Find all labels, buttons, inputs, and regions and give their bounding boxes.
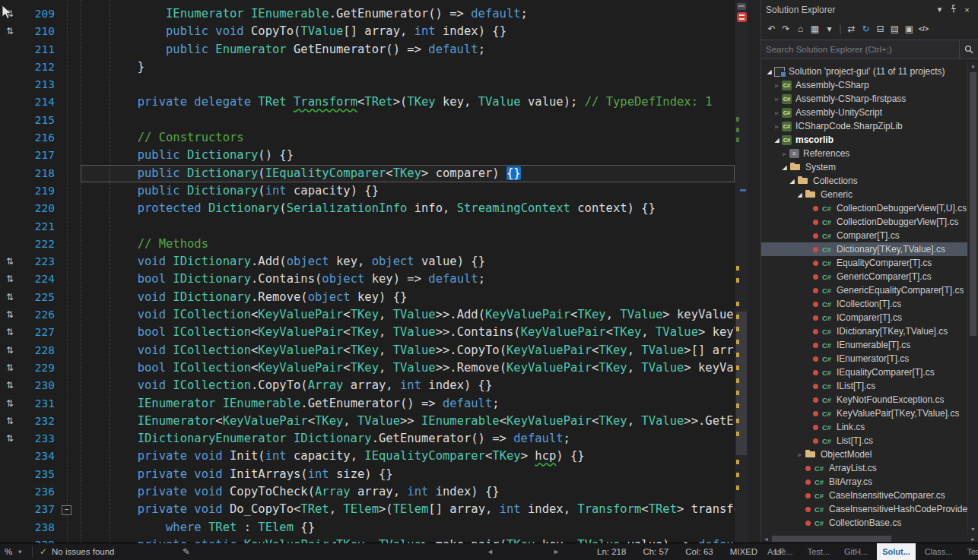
code-text[interactable]: where TRet : TElem {}	[81, 519, 735, 536]
tree-item[interactable]: C#ICollection[T].cs	[761, 297, 968, 311]
tree-item[interactable]: ◢System	[761, 160, 968, 174]
code-line[interactable]: 222 // Methods	[0, 236, 735, 253]
tree-item[interactable]: C#CollectionBase.cs	[761, 516, 968, 530]
updown-reference-icon[interactable]: ⇅	[6, 324, 14, 341]
close-icon[interactable]: ×	[961, 5, 973, 14]
code-line[interactable]: ⇅226 void ICollection<KeyValuePair<TKey,…	[0, 306, 735, 324]
file-health-indicator-icon[interactable]	[737, 12, 747, 22]
current-line-code[interactable]: public Dictionary(IEqualityComparer<TKey…	[81, 165, 735, 182]
code-line[interactable]: ⇅210 public void CopyTo(TValue[] array, …	[0, 23, 735, 40]
tree-item[interactable]: C#KeyNotFoundException.cs	[761, 393, 968, 407]
tree-item[interactable]: ◢C#mscorlib	[761, 133, 968, 147]
tree-item[interactable]: ◢Generic	[761, 188, 968, 201]
window-position-icon[interactable]: ▾	[933, 5, 946, 14]
code-line[interactable]: 236 private void CopyToCheck(Array array…	[0, 483, 735, 501]
code-line[interactable]: ⇅229 bool ICollection<KeyValuePair<TKey,…	[0, 359, 735, 377]
code-line[interactable]: 219 public Dictionary(int capacity) {}	[0, 182, 735, 200]
tree-item[interactable]: ▹C#Assembly-CSharp-firstpass	[761, 92, 968, 106]
nav-back-icon[interactable]: ↶	[765, 24, 778, 34]
code-text[interactable]: public void CopyTo(TValue[] array, int i…	[81, 23, 735, 40]
properties-icon[interactable]: ▣	[903, 24, 916, 34]
code-line[interactable]: 220 protected Dictionary(SerializationIn…	[0, 200, 735, 217]
issues-check-icon[interactable]: ✓	[40, 543, 47, 560]
refresh-icon[interactable]: ↻	[859, 24, 872, 34]
code-line[interactable]: ⇅224 bool IDictionary.Contains(object ke…	[0, 271, 735, 288]
tree-item[interactable]: C#Dictionary[TKey,TValue].cs	[761, 242, 968, 256]
collapsed-arrow-icon[interactable]: ▹	[772, 82, 782, 89]
panel-splitter[interactable]	[748, 0, 760, 543]
expanded-arrow-icon[interactable]: ◢	[764, 68, 774, 75]
tree-item[interactable]: ▹C#ICSharpCode.SharpZipLib	[761, 119, 968, 133]
code-line[interactable]: 234 private void Init(int capacity, IEqu…	[0, 448, 735, 465]
se-vscroll-thumb[interactable]	[970, 72, 976, 336]
editor-vertical-scrollbar[interactable]	[734, 0, 748, 543]
code-text[interactable]: void IDictionary.Add(object key, object …	[81, 253, 735, 271]
se-vscroll-track[interactable]	[968, 71, 978, 525]
tree-item[interactable]: C#IEqualityComparer[T].cs	[761, 365, 968, 379]
code-text[interactable]: IDictionaryEnumerator IDictionary.GetEnu…	[81, 430, 735, 448]
code-text[interactable]: // Methods	[81, 236, 735, 253]
updown-reference-icon[interactable]: ⇅	[6, 377, 14, 394]
code-line[interactable]: 212 }	[0, 59, 735, 76]
tree-item[interactable]: C#GenericEqualityComparer[T].cs	[761, 283, 968, 297]
code-line[interactable]: ⇅227 bool ICollection<KeyValuePair<TKey,…	[0, 324, 735, 341]
code-line[interactable]: 214 private delegate TRet Transform<TRet…	[0, 93, 735, 111]
pen-icon[interactable]: ✎	[183, 543, 190, 560]
hscroll-left-icon[interactable]: ◄	[487, 543, 494, 560]
code-text[interactable]: private void CopyToCheck(Array array, in…	[81, 483, 735, 501]
tree-item[interactable]: C#Comparer[T].cs	[761, 229, 968, 242]
zoom-level[interactable]: %	[5, 543, 12, 560]
code-text[interactable]	[81, 218, 735, 236]
tree-item[interactable]: C#CaseInsensitiveHashCodeProvider.cs	[761, 502, 968, 516]
code-text[interactable]: public Dictionary(int capacity) {}	[81, 182, 735, 200]
code-text[interactable]: IEnumerator IEnumerable.GetEnumerator() …	[81, 5, 735, 23]
code-line[interactable]: 213	[0, 76, 735, 93]
code-line[interactable]: 237− private void Do_CopyTo<TRet, TElem>…	[0, 501, 735, 518]
updown-reference-icon[interactable]: ⇅	[6, 253, 14, 271]
tree-item[interactable]: C#IDictionary[TKey,TValue].cs	[761, 324, 968, 338]
hscroll-right-icon[interactable]: ►	[553, 543, 560, 560]
tree-item[interactable]: C#Link.cs	[761, 420, 968, 434]
panel-tab[interactable]: Asse...	[762, 543, 799, 560]
updown-reference-icon[interactable]: ⇅	[6, 413, 14, 430]
code-line[interactable]: 218 public Dictionary(IEqualityComparer<…	[0, 165, 735, 182]
code-text[interactable]: // Constructors	[81, 129, 735, 147]
updown-reference-icon[interactable]: ⇅	[6, 5, 14, 23]
panel-tab[interactable]: Test...	[802, 543, 835, 560]
tree-item[interactable]: C#GenericComparer[T].cs	[761, 270, 968, 283]
code-line[interactable]: 216 // Constructors	[0, 129, 735, 147]
code-text[interactable]: private delegate TRet Transform<TRet>(TK…	[81, 93, 735, 111]
issues-message[interactable]: No issues found	[52, 543, 114, 560]
search-icon[interactable]	[959, 40, 978, 59]
zoom-dropdown-icon[interactable]: ▾	[18, 543, 22, 560]
code-line[interactable]: ⇅228 void ICollection<KeyValuePair<TKey,…	[0, 342, 735, 359]
scroll-right-icon[interactable]: ►	[968, 536, 978, 542]
code-text[interactable]: void IDictionary.Remove(object key) {}	[81, 289, 735, 306]
code-line[interactable]: 235 private void InitArrays(int size) {}	[0, 466, 735, 483]
updown-reference-icon[interactable]: ⇅	[6, 23, 14, 40]
scroll-left-icon[interactable]: ◄	[761, 536, 771, 542]
tree-item[interactable]: ▹ObjectModel	[761, 448, 968, 461]
code-line[interactable]: 221	[0, 218, 735, 236]
code-text[interactable]: public Dictionary() {}	[81, 147, 735, 164]
tree-item[interactable]: C#List[T].cs	[761, 434, 968, 448]
tree-item[interactable]: C#KeyValuePair[TKey,TValue].cs	[761, 407, 968, 420]
char-indicator[interactable]: Ch: 57	[643, 547, 668, 556]
code-text[interactable]: IEnumerator<KeyValuePair<TKey, TValue>> …	[81, 413, 735, 430]
code-text[interactable]: bool ICollection<KeyValuePair<TKey, TVal…	[81, 359, 735, 377]
collapse-all-icon[interactable]: ⊟	[874, 24, 887, 34]
collapsed-arrow-icon[interactable]: ▹	[772, 123, 782, 130]
code-line[interactable]: ⇅225 void IDictionary.Remove(object key)…	[0, 289, 735, 306]
expanded-arrow-icon[interactable]: ◢	[787, 178, 797, 185]
code-text[interactable]	[81, 112, 735, 129]
show-all-files-icon[interactable]: ▤	[888, 24, 901, 34]
code-text[interactable]: private void Init(int capacity, IEqualit…	[81, 448, 735, 465]
updown-reference-icon[interactable]: ⇅	[6, 359, 14, 377]
code-text[interactable]: bool ICollection<KeyValuePair<TKey, TVal…	[81, 324, 735, 341]
switch-views-icon[interactable]: ▦	[808, 24, 821, 34]
tree-item[interactable]: C#CaseInsensitiveComparer.cs	[761, 489, 968, 502]
se-hscroll-thumb[interactable]	[772, 536, 891, 542]
tree-item[interactable]: C#CollectionDebuggerView[T].cs	[761, 215, 968, 229]
code-editor[interactable]: ⇅209 IEnumerator IEnumerable.GetEnumerat…	[0, 0, 748, 543]
code-text[interactable]: IEnumerator IEnumerable.GetEnumerator() …	[81, 395, 735, 413]
